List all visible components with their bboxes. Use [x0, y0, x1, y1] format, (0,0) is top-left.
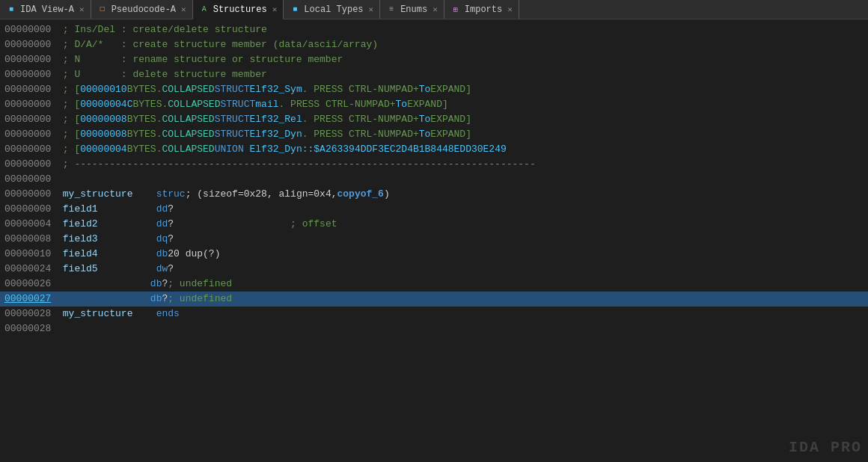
collapsed-kw: COLLAPSED	[162, 142, 214, 157]
field-op: dd	[156, 202, 168, 217]
collapsed-bytes: 00000008	[80, 127, 126, 142]
line-content	[57, 262, 63, 277]
tab-close-local-types[interactable]: ✕	[369, 4, 374, 14]
address: 00000024	[4, 262, 57, 277]
to-kw: To	[419, 82, 431, 97]
collapsed-bytes: 00000008	[80, 112, 126, 127]
field-op: db	[150, 277, 162, 292]
struct-kw: STRUCT	[215, 82, 250, 97]
tab-pseudocode-a[interactable]: □ Pseudocode-A ✕	[91, 0, 193, 19]
tab-close-pseudocode-a[interactable]: ✕	[181, 4, 186, 14]
tab-icon-structures: A	[199, 4, 210, 15]
code-line: 00000000 ; [00000008 BYTES. COLLAPSED ST…	[0, 112, 868, 127]
address: 00000000	[4, 52, 57, 67]
tab-icon-imports: ⊞	[450, 4, 461, 15]
to-kw: To	[419, 127, 431, 142]
spacing	[98, 232, 156, 247]
line-content5: . PRESS CTRL-NUMPAD+	[302, 82, 419, 97]
tab-label-structures: Structures	[213, 4, 267, 15]
tab-icon-ida-view-a: ■	[6, 4, 16, 15]
line-content	[57, 247, 63, 262]
tab-close-ida-view-a[interactable]: ✕	[79, 4, 85, 14]
struct-kw: STRUCT	[215, 112, 250, 127]
union-name: Elf32_Dyn::$A263394DDF3EC2D4B1B8448EDD30…	[250, 142, 507, 157]
struct-kw: STRUCT	[215, 127, 250, 142]
struc-kw: struc	[156, 187, 186, 202]
line-content: ; U : delete structure member	[57, 67, 267, 82]
code-line: 00000004 field2 dd ? ; offset	[0, 217, 868, 232]
field-val: 20 dup(?)	[168, 247, 220, 262]
tab-close-structures[interactable]: ✕	[272, 4, 278, 14]
union-kw: UNION	[215, 142, 244, 157]
address: 00000000	[4, 67, 57, 82]
tab-label-pseudocode-a: Pseudocode-A	[111, 4, 176, 15]
tab-imports[interactable]: ⊞ Imports ✕	[444, 0, 519, 19]
tab-structures[interactable]: A Structures ✕	[193, 0, 284, 19]
address: 00000028	[4, 321, 57, 336]
field-val: ?	[162, 277, 168, 292]
line-content: ; N : rename structure or structure memb…	[57, 52, 343, 67]
struct-name: Elf32_Dyn	[249, 127, 302, 142]
code-line: 00000008 field3 dq ?	[0, 232, 868, 247]
code-line: 00000000 ; U : delete structure member	[0, 67, 868, 82]
line-content4	[244, 142, 250, 157]
field-val: ?	[168, 202, 174, 217]
code-line: 00000000	[0, 172, 868, 187]
spacing	[132, 307, 156, 321]
address: 00000010	[4, 247, 57, 262]
line-content2: BYTES.	[127, 127, 162, 142]
tab-icon-enums: ≡	[386, 4, 397, 15]
address: 00000004	[4, 217, 57, 232]
collapsed-kw: COLLAPSED	[162, 82, 214, 97]
code-line: 00000000 ; Ins/Del : create/delete struc…	[0, 22, 868, 37]
code-line: 00000000 ; [00000010 BYTES. COLLAPSED ST…	[0, 82, 868, 97]
field-comment: ; offset	[290, 217, 337, 232]
field-op: db	[156, 247, 168, 262]
collapsed-bytes: 00000010	[80, 82, 126, 97]
line-content: ; D/A/* : create structure member (data/…	[57, 37, 378, 52]
collapsed-kw: COLLAPSED	[168, 97, 220, 112]
code-line-selected[interactable]: 00000027 db ? ; undefined	[0, 292, 868, 307]
struct-name-decl: my_structure	[63, 187, 133, 202]
code-content[interactable]: 00000000 ; Ins/Del : create/delete struc…	[0, 19, 868, 462]
field-name: field4	[63, 247, 98, 262]
collapsed-kw: COLLAPSED	[162, 127, 214, 142]
spacing	[98, 262, 156, 277]
tab-label-ida-view-a: IDA View-A	[20, 4, 74, 15]
code-line: 00000010 field4 db 20 dup(?)	[0, 247, 868, 262]
tab-ida-view-a[interactable]: ■ IDA View-A ✕	[0, 0, 91, 19]
field-comment: ; undefined	[168, 277, 232, 292]
field-name: field5	[63, 262, 98, 277]
line-content: ; Ins/Del : create/delete structure	[57, 22, 267, 37]
code-line: 00000000 field1 dd ?	[0, 202, 868, 217]
address-active: 00000027	[4, 292, 57, 307]
address: 00000000	[4, 37, 57, 52]
address: 00000000	[4, 142, 57, 157]
line-content6: EXPAND]	[430, 82, 471, 97]
code-line: 00000000 ; D/A/* : create structure memb…	[0, 37, 868, 52]
tab-local-types[interactable]: ■ Local Types ✕	[284, 0, 380, 19]
tab-close-imports[interactable]: ✕	[507, 4, 513, 14]
code-line: 00000000 ; -----------------------------…	[0, 157, 868, 172]
address: 00000000	[4, 172, 57, 187]
collapsed-kw: COLLAPSED	[162, 112, 214, 127]
field-name: field1	[63, 202, 98, 217]
line-content6: EXPAND]	[407, 97, 448, 112]
code-line: 00000026 db ? ; undefined	[0, 277, 868, 292]
line-content	[57, 277, 150, 292]
address: 00000000	[4, 82, 57, 97]
line-content2: BYTES.	[132, 97, 168, 112]
struct-name: Elf32_Rel	[249, 112, 302, 127]
line-content5: . PRESS CTRL-NUMPAD+	[279, 97, 396, 112]
line-content6: EXPAND]	[430, 112, 471, 127]
tab-enums[interactable]: ≡ Enums ✕	[380, 0, 444, 19]
line-content	[57, 187, 63, 202]
struc-close: )	[384, 187, 390, 202]
tab-close-enums[interactable]: ✕	[433, 4, 438, 14]
code-line: 00000000 ; [00000008 BYTES. COLLAPSED ST…	[0, 127, 868, 142]
code-line: 00000024 field5 dw ?	[0, 262, 868, 277]
line-content	[57, 202, 63, 217]
address: 00000026	[4, 277, 57, 292]
struct-name: Elf32_Sym	[249, 82, 302, 97]
line-content2: BYTES.	[127, 112, 162, 127]
